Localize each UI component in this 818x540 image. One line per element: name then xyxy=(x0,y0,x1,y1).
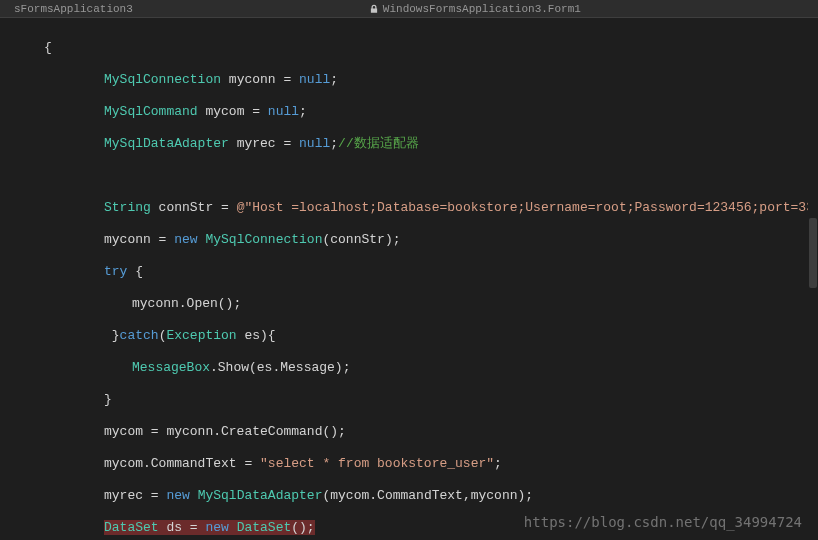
vertical-scrollbar[interactable] xyxy=(808,18,818,540)
tab-label: WindowsFormsApplication3.Form1 xyxy=(383,1,581,17)
code-line: mycom = myconn.CreateCommand(); xyxy=(20,424,810,440)
code-line: myconn.Open(); xyxy=(20,296,810,312)
tab-bar: sFormsApplication3 WindowsFormsApplicati… xyxy=(0,0,818,18)
scrollbar-thumb[interactable] xyxy=(809,218,817,288)
code-editor[interactable]: { MySqlConnection myconn = null; MySqlCo… xyxy=(12,18,818,540)
code-line: } xyxy=(20,392,810,408)
lock-icon xyxy=(369,4,379,14)
code-line: }catch(Exception es){ xyxy=(20,328,810,344)
code-line: MessageBox.Show(es.Message); xyxy=(20,360,810,376)
watermark-text: https://blog.csdn.net/qq_34994724 xyxy=(524,514,802,530)
tab-file-2[interactable]: WindowsFormsApplication3.Form1 xyxy=(361,1,589,17)
code-line: mycom.CommandText = "select * from books… xyxy=(20,456,810,472)
code-line: MySqlCommand mycom = null; xyxy=(20,104,810,120)
code-line: try { xyxy=(20,264,810,280)
editor-gutter xyxy=(0,18,12,540)
code-line: myrec = new MySqlDataAdapter(mycom.Comma… xyxy=(20,488,810,504)
code-line: MySqlDataAdapter myrec = null;//数据适配器 xyxy=(20,136,810,152)
code-line: myconn = new MySqlConnection(connStr); xyxy=(20,232,810,248)
code-line: String connStr = @"Host =localhost;Datab… xyxy=(20,200,810,216)
tab-label: sFormsApplication3 xyxy=(14,1,133,17)
code-line: MySqlConnection myconn = null; xyxy=(20,72,810,88)
code-line: { xyxy=(20,40,810,56)
tab-file-1[interactable]: sFormsApplication3 xyxy=(6,1,141,17)
blank-line xyxy=(20,168,810,184)
